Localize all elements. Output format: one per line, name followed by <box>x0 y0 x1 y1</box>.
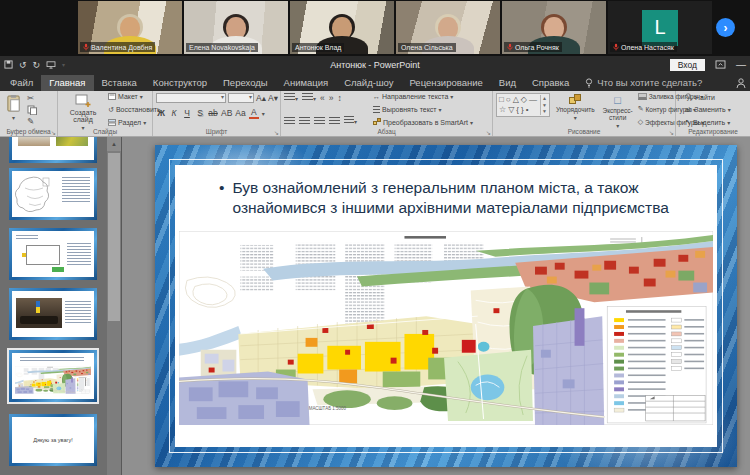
participant-tile[interactable]: Елена Novakovskaja <box>184 1 288 54</box>
undo-icon[interactable]: ↺ <box>19 60 27 70</box>
arrange-button[interactable]: Упорядочить▾ <box>553 93 598 122</box>
new-slide-button[interactable]: Создать слайд▾ <box>61 93 105 132</box>
paste-button[interactable]: ▾ <box>3 93 24 122</box>
shape-icon[interactable]: ☆ <box>499 105 508 114</box>
copy-icon[interactable] <box>27 105 37 115</box>
increase-indent-icon[interactable]: » <box>329 93 334 103</box>
tab-animations[interactable]: Анимация <box>276 75 337 91</box>
decrease-indent-icon[interactable]: « <box>320 93 325 103</box>
dialog-launcher-icon[interactable]: ↘ <box>669 129 674 136</box>
slide-thumbnail-3[interactable] <box>9 228 97 280</box>
tab-home[interactable]: Главная <box>41 75 93 91</box>
participant-tile[interactable]: L Олена Настасяк <box>608 1 712 54</box>
change-case-button[interactable]: Аа <box>235 108 246 118</box>
redo-icon[interactable]: ↻ <box>33 60 41 70</box>
bold-button[interactable]: Ж <box>156 108 166 118</box>
slideshow-icon[interactable] <box>46 61 56 69</box>
dialog-launcher-icon[interactable]: ↘ <box>486 129 491 136</box>
tab-help[interactable]: Справка <box>524 75 577 91</box>
dialog-launcher-icon[interactable]: ↘ <box>51 129 56 136</box>
format-painter-icon[interactable]: ✎ <box>27 116 37 126</box>
align-right-icon[interactable] <box>314 117 325 125</box>
thumbnail-diagram-chip <box>52 267 64 272</box>
bullets-button[interactable]: ▾ <box>284 93 298 103</box>
slide-canvas[interactable]: • Був ознайомлений з генеральним планом … <box>122 137 750 475</box>
character-spacing-button[interactable]: АВ <box>221 108 232 118</box>
font-color-button[interactable]: А <box>249 107 259 119</box>
font-size-combobox[interactable] <box>228 93 254 103</box>
shape-icon[interactable]: • <box>526 105 531 114</box>
slide-content: • Був ознайомлений з генеральним планом … <box>175 165 717 447</box>
find-button[interactable]: Найти <box>685 93 731 101</box>
tab-review[interactable]: Рецензирование <box>401 75 490 91</box>
shrink-font-button[interactable]: А▾ <box>268 93 278 103</box>
text-direction-button[interactable]: ↔Направление текста▾ <box>373 93 473 100</box>
window-title: Антонюк - PowerPoint <box>330 60 420 70</box>
shape-icon[interactable]: ○ <box>506 95 513 104</box>
tab-design[interactable]: Конструктор <box>145 75 215 91</box>
quick-styles-button[interactable]: □ Экспресс-стили▾ <box>601 93 635 130</box>
dialog-launcher-icon[interactable]: ↘ <box>274 129 279 136</box>
slide-thumbnail-2[interactable] <box>9 168 97 220</box>
line-spacing-icon[interactable]: ↕ <box>338 93 342 103</box>
ribbon-display-options-icon[interactable] <box>715 60 726 69</box>
scrollbar-thumb[interactable] <box>108 153 120 321</box>
cut-icon[interactable]: ✂ <box>27 93 37 103</box>
text-shadow-button[interactable]: S <box>195 108 205 118</box>
participant-tile[interactable]: Валентина Довбня <box>78 1 182 54</box>
share-person-icon[interactable] <box>736 78 746 89</box>
group-label: Шрифт <box>153 128 280 136</box>
underline-button[interactable]: Ч <box>182 108 192 118</box>
thumbnail-scrollbar[interactable]: ▲ <box>107 137 121 475</box>
shapes-scroll-arrows[interactable]: ▲▼▼ <box>540 95 547 115</box>
tab-view[interactable]: Вид <box>491 75 524 91</box>
shape-icon[interactable]: — <box>529 95 539 104</box>
slide-thumbnail-6[interactable]: Дякую за увагу! <box>9 414 97 466</box>
shape-effects-icon: ◇ <box>638 118 643 126</box>
tab-slideshow[interactable]: Слайд-шоу <box>336 75 401 91</box>
avatar: L <box>642 10 678 46</box>
slide-thumbnail-panel: Дякую за увагу! ▲ <box>0 137 122 475</box>
next-participants-button[interactable]: › <box>716 18 735 37</box>
grow-font-button[interactable]: А▴ <box>256 93 266 103</box>
align-text-button[interactable]: Выровнять текст▾ <box>373 106 473 113</box>
slide-thumbnail-4[interactable] <box>9 288 97 340</box>
font-name-combobox[interactable] <box>156 93 226 103</box>
strikethrough-button[interactable]: ab <box>208 108 218 118</box>
participant-tile[interactable]: Олена Сільська <box>396 1 500 54</box>
participant-tile[interactable]: Антонюк Влад <box>290 1 394 54</box>
tab-transitions[interactable]: Переходы <box>215 75 276 91</box>
shape-icon[interactable]: ◇ <box>521 95 529 104</box>
tell-me-box[interactable]: Что вы хотите сделать? <box>577 75 710 91</box>
replace-icon: ab <box>685 106 692 113</box>
slide-thumbnail-1[interactable] <box>9 137 97 163</box>
align-left-icon[interactable] <box>284 117 295 125</box>
minimize-button[interactable]: — <box>736 59 746 70</box>
general-plan-map-image[interactable] <box>179 231 713 425</box>
smartart-button[interactable]: Преобразовать в SmartArt▾ <box>373 118 473 126</box>
customize-qat-icon[interactable]: ▾ <box>62 61 65 68</box>
participant-tile[interactable]: Ольга Рочняк <box>502 1 606 54</box>
tab-file[interactable]: Файл <box>2 75 41 91</box>
scroll-up-icon[interactable]: ▲ <box>107 137 121 151</box>
align-center-icon[interactable] <box>299 117 310 125</box>
select-button[interactable]: ↖ Выделить▾ <box>685 118 731 126</box>
align-justify-icon[interactable] <box>329 117 340 125</box>
current-slide[interactable]: • Був ознайомлений з генеральним планом … <box>155 145 737 467</box>
slide-thumbnail-5-current[interactable] <box>9 350 97 402</box>
muted-mic-icon <box>83 43 89 51</box>
italic-button[interactable]: К <box>169 108 179 118</box>
shape-icon[interactable]: □ <box>499 95 506 104</box>
sign-in-button[interactable]: Вход <box>670 59 705 71</box>
font-color-caret[interactable]: ▾ <box>262 110 265 117</box>
save-icon[interactable] <box>4 60 13 69</box>
shapes-gallery[interactable]: □○△◇— ☆▽{}• ▲▼▼ <box>496 93 550 117</box>
replace-button[interactable]: ab Заменить▾ <box>685 106 731 113</box>
slide-bullet-item[interactable]: • Був ознайомлений з генеральним планом … <box>219 178 675 218</box>
chevron-right-icon: › <box>724 22 728 34</box>
tab-insert[interactable]: Вставка <box>94 75 145 91</box>
numbering-button[interactable]: ▾ <box>302 93 316 103</box>
thumbnail-diagram-dot <box>22 253 26 257</box>
columns-button[interactable]: ▾ <box>344 116 357 126</box>
shape-icon[interactable]: △ <box>513 95 521 104</box>
